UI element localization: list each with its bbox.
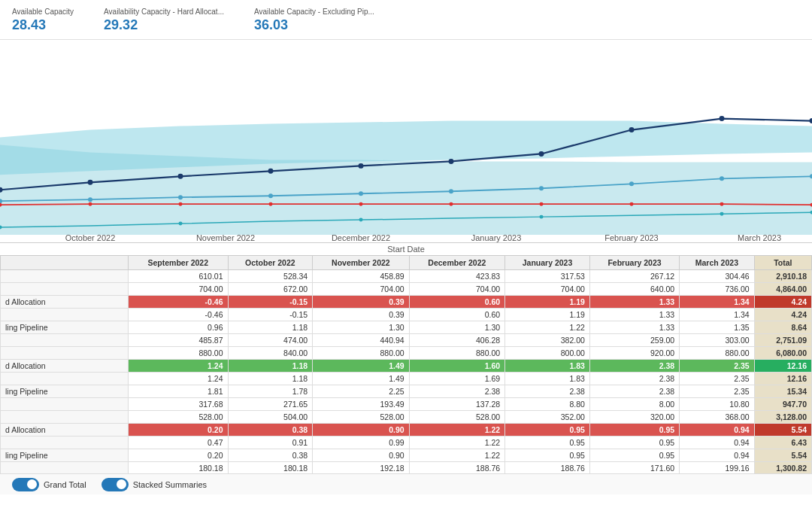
table-cell: 1.49: [313, 360, 409, 373]
x-axis-label: Start Date: [0, 243, 812, 255]
col-oct2022: October 2022: [228, 256, 313, 270]
table-cell: 8.64: [754, 321, 811, 334]
row-label: d Allocation: [1, 360, 129, 373]
table-cell: 271.65: [228, 398, 313, 411]
table-row: 180.18180.18192.18188.76188.76171.60199.…: [1, 462, 812, 474]
table-cell: 317.68: [128, 398, 228, 411]
row-label: [1, 270, 129, 283]
table-cell: 1.81: [128, 385, 228, 398]
metric-excl-pipeline: Available Capacity - Excluding Pip... 36…: [254, 8, 374, 33]
table-cell: 1.33: [589, 309, 679, 321]
row-label: d Allocation: [1, 424, 129, 437]
row-label: [1, 347, 129, 360]
stacked-summaries-toggle-group[interactable]: Stacked Summaries: [102, 478, 207, 491]
table-cell: 4.24: [754, 309, 811, 321]
table-cell: 880.00: [680, 347, 754, 360]
table-cell: 317.53: [505, 270, 590, 283]
table-cell: 1.18: [228, 373, 313, 385]
table-cell: 0.94: [680, 449, 754, 462]
table-cell: 0.91: [228, 437, 313, 449]
table-row: ling Pipeline0.961.181.301.301.221.331.3…: [1, 321, 812, 334]
table-cell: 736.00: [680, 283, 754, 296]
table-cell: 1.22: [409, 424, 505, 437]
table-row: 880.00840.00880.00880.00800.00920.00880.…: [1, 347, 812, 360]
metric-label-1: Availability Capacity - Hard Allocat...: [104, 8, 224, 16]
table-cell: 474.00: [228, 334, 313, 347]
table-cell: 1.30: [409, 321, 505, 334]
table-row: 317.68271.65193.49137.288.808.0010.80947…: [1, 398, 812, 411]
svg-point-9: [629, 127, 635, 132]
table-cell: 180.18: [128, 462, 228, 474]
table-cell: 1.33: [589, 321, 679, 334]
table-row: d Allocation1.241.181.491.601.832.382.35…: [1, 360, 812, 373]
table-cell: 188.76: [409, 462, 505, 474]
row-label: [1, 309, 129, 321]
table-cell: 704.00: [128, 283, 228, 296]
table-cell: 0.90: [313, 424, 409, 437]
table-row: ling Pipeline1.811.782.252.382.382.382.3…: [1, 385, 812, 398]
table-cell: 0.39: [313, 309, 409, 321]
table-cell: 528.00: [128, 411, 228, 424]
metric-value-1: 29.32: [104, 17, 224, 33]
grand-total-label: Grand Total: [44, 480, 86, 489]
table-cell: 672.00: [228, 283, 313, 296]
table-cell: 880.00: [313, 347, 409, 360]
table-cell: 8.00: [589, 398, 679, 411]
table-row: 1.241.181.491.691.832.382.3512.16: [1, 373, 812, 385]
col-feb2023: February 2023: [589, 256, 679, 270]
table-row: d Allocation-0.46-0.150.390.601.191.331.…: [1, 296, 812, 309]
table-cell: 528.34: [228, 270, 313, 283]
stacked-summaries-toggle[interactable]: [102, 478, 129, 491]
table-cell: 192.18: [313, 462, 409, 474]
table-cell: 0.95: [589, 424, 679, 437]
table-cell: 800.00: [505, 347, 590, 360]
metric-available-capacity: Available Capacity 28.43: [12, 8, 74, 33]
table-cell: 188.76: [505, 462, 590, 474]
table-cell: 303.00: [680, 334, 754, 347]
table-cell: 0.95: [589, 449, 679, 462]
table-cell: 0.20: [128, 424, 228, 437]
table-cell: 2.35: [680, 385, 754, 398]
table-cell: 840.00: [228, 347, 313, 360]
table-cell: 2.38: [409, 385, 505, 398]
table-cell: 423.83: [409, 270, 505, 283]
table-row: -0.46-0.150.390.601.191.331.344.24: [1, 309, 812, 321]
svg-point-7: [449, 159, 454, 164]
table-cell: 485.87: [128, 334, 228, 347]
table-cell: 320.00: [589, 411, 679, 424]
table-cell: 528.00: [313, 411, 409, 424]
svg-text:January 2023: January 2023: [471, 233, 522, 242]
svg-point-24: [179, 202, 183, 206]
svg-point-18: [539, 186, 544, 190]
row-label: ling Pipeline: [1, 449, 129, 462]
svg-point-36: [720, 212, 724, 216]
table-row: 704.00672.00704.00704.00704.00640.00736.…: [1, 283, 812, 296]
svg-point-26: [359, 202, 363, 206]
col-mar2023: March 2023: [680, 256, 754, 270]
table-cell: 2,910.18: [754, 270, 811, 283]
table-cell: 352.00: [505, 411, 590, 424]
table-cell: 10.80: [680, 398, 754, 411]
grand-total-toggle-group[interactable]: Grand Total: [12, 478, 86, 491]
table-cell: 0.38: [228, 449, 313, 462]
table-cell: 704.00: [313, 283, 409, 296]
svg-point-6: [359, 163, 364, 169]
table-cell: 2.38: [589, 385, 679, 398]
table-cell: 1.33: [589, 296, 679, 309]
metric-label-2: Available Capacity - Excluding Pip...: [254, 8, 374, 16]
table-cell: 1,300.82: [754, 462, 811, 474]
svg-text:October 2022: October 2022: [65, 233, 116, 242]
svg-text:February 2023: February 2023: [604, 233, 658, 242]
table-cell: 1.19: [505, 296, 590, 309]
svg-text:December 2022: December 2022: [332, 233, 390, 242]
row-label: [1, 437, 129, 449]
table-cell: 193.49: [313, 398, 409, 411]
table-cell: 1.35: [680, 321, 754, 334]
data-table[interactable]: September 2022 October 2022 November 202…: [0, 255, 812, 473]
row-label: d Allocation: [1, 296, 129, 309]
table-cell: 880.00: [409, 347, 505, 360]
col-sep2022: September 2022: [128, 256, 228, 270]
table-cell: 1.24: [128, 373, 228, 385]
table-cell: 2.25: [313, 385, 409, 398]
grand-total-toggle[interactable]: [12, 478, 39, 491]
